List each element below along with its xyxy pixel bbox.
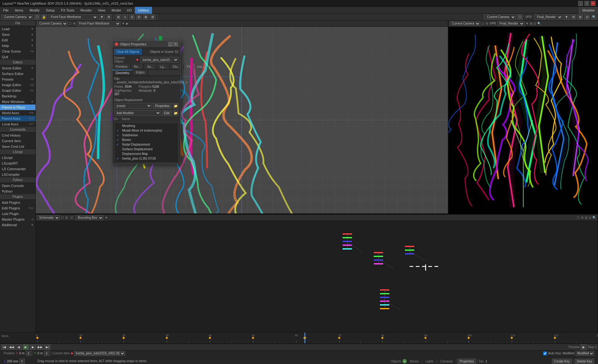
icon-cam3[interactable]: ⊟	[136, 14, 142, 20]
sidebar-ls-commander[interactable]: LS Commander	[0, 166, 36, 172]
menu-items[interactable]: Items	[12, 7, 26, 14]
lock-icon[interactable]: 🔒	[41, 14, 47, 20]
main-viewport-camera-select[interactable]: Current Camera	[37, 21, 68, 26]
close-btn[interactable]: ×	[591, 1, 596, 6]
modifier-open-btn[interactable]: 📁	[173, 110, 178, 116]
wireframe-select[interactable]: Front Face Wireframe	[48, 14, 98, 20]
sidebar-last-plugin[interactable]: Last Plugin	[0, 211, 36, 217]
next-step-btn[interactable]: ▶	[30, 344, 36, 350]
sidebar-edit-plugins[interactable]: Edit PluginsF11	[0, 205, 36, 211]
sidebar-parent-in-place[interactable]: Parent in Place	[0, 105, 36, 110]
menu-modeler[interactable]: Modeler	[579, 7, 598, 14]
viewport-arrow-icon[interactable]: ▶	[126, 22, 129, 25]
sidebar-help[interactable]: Help▼	[0, 43, 36, 49]
right-cam-settings-icon[interactable]: ⚙	[486, 22, 488, 25]
modifier-nodal-displacement[interactable]: ✓ Nodal Displacement	[115, 142, 178, 147]
main-viewport-canvas[interactable]	[36, 27, 448, 213]
properties-btn2[interactable]: Properties	[458, 359, 476, 364]
add-modifier-select[interactable]: Add Modifier	[114, 110, 161, 116]
schematic-settings-icon[interactable]: ⚙	[65, 216, 68, 219]
icon-cam2[interactable]: ⊡	[129, 14, 135, 20]
sidebar-lscript-rt[interactable]: LScript/RT	[0, 161, 36, 166]
tab-glo[interactable]: Glo...	[170, 64, 184, 69]
sidebar-save[interactable]: Save▼	[0, 32, 36, 37]
icon-grid[interactable]: ≡	[122, 14, 128, 20]
right-viewport-render-select[interactable]: Final_Render	[497, 21, 524, 26]
sidebar-command-input[interactable]: Current Item	[0, 138, 36, 144]
preview-play-btn[interactable]: ▶	[581, 344, 587, 350]
current-item-select[interactable]: Inertia_plus_tube2019_v002 (9)	[74, 351, 125, 356]
render-select[interactable]: Final_Render	[534, 14, 562, 20]
menu-io[interactable]: I/O	[124, 7, 135, 14]
sidebar-surface-editor[interactable]: Surface Editor	[0, 71, 36, 77]
render-icon1[interactable]: ⊞	[577, 14, 583, 20]
minimize-btn[interactable]: _	[578, 1, 583, 6]
menu-render[interactable]: Render	[77, 7, 95, 14]
dialog-minimize-btn[interactable]: _	[168, 42, 173, 46]
expand-icon[interactable]: ▼	[99, 14, 105, 20]
schematic-canvas[interactable]	[36, 221, 597, 332]
tab-lg[interactable]: Lg...	[157, 64, 169, 69]
render-expand[interactable]: ▼	[564, 14, 569, 20]
sidebar-python[interactable]: Python	[0, 189, 36, 194]
right-camera-select[interactable]: Current Camera	[484, 14, 516, 20]
sch-search-icon[interactable]: 🔍	[592, 216, 596, 219]
icon-cam5[interactable]: ⊞	[150, 14, 155, 20]
sidebar-lscript[interactable]: LScript	[0, 155, 36, 161]
menu-modify[interactable]: Modify	[26, 7, 43, 14]
sidebar-add-plugins[interactable]: Add Plugins	[0, 200, 36, 205]
sidebar-graph-editor[interactable]: Graph EditorF2	[0, 88, 36, 93]
replacement-open-btn[interactable]: 📁	[173, 103, 178, 109]
viewport-right-top[interactable]: Current Camera ☐ ⚙ VPR Final_Render ▼ ⊞ …	[448, 21, 598, 214]
sidebar-master-plugins[interactable]: Master PluginsO	[0, 217, 36, 222]
viewport-settings-icon[interactable]: ⚙	[73, 22, 76, 25]
right-icon2[interactable]: ⊡	[534, 22, 536, 25]
settings-icon[interactable]: ⚙	[106, 14, 112, 20]
right-expand-icon[interactable]: ▼	[526, 22, 529, 25]
replacement-select[interactable]: (none)	[114, 103, 152, 109]
sidebar-world-axes[interactable]: World Axes+F5	[0, 110, 36, 116]
modifier-bones[interactable]: ✓ Bones	[115, 138, 178, 142]
menu-file[interactable]: File	[0, 7, 12, 14]
icon-lock2[interactable]: ⊞	[116, 14, 121, 20]
sch-icon2[interactable]: ⚙	[581, 216, 584, 219]
sch-icon3[interactable]: ⊞	[585, 216, 587, 219]
sidebar-cmd-history[interactable]: Cmd History	[0, 133, 36, 138]
tab-edges[interactable]: Edges	[133, 70, 148, 76]
x-e-btn[interactable]: E	[26, 351, 31, 356]
menu-view[interactable]: View	[95, 7, 108, 14]
schematic-viewport-select[interactable]: Schematic	[37, 215, 60, 220]
camera-select[interactable]: Current Camera	[1, 14, 33, 20]
right-icon1[interactable]: ⊞	[530, 22, 532, 25]
prev-frame-btn[interactable]: ◀◀	[8, 344, 15, 350]
modifier-list[interactable]: Morphing ✓ Morph Mixer (4 endomorphs) ✓ …	[114, 123, 178, 163]
go-start-btn[interactable]: |◀	[1, 344, 7, 350]
bounding-box-select[interactable]: Bounding Box	[76, 215, 103, 220]
sidebar-image-editor[interactable]: Image EditorF6	[0, 82, 36, 88]
maximize-btn[interactable]: □	[584, 1, 589, 6]
properties-btn[interactable]: Properties	[153, 103, 172, 109]
right-viewport-camera-select[interactable]: Current Camera	[450, 21, 480, 26]
y-e-btn[interactable]: E	[44, 351, 50, 356]
sidebar-presets[interactable]: PresetsF8	[0, 77, 36, 82]
dialog-close-btn[interactable]: ×	[173, 42, 178, 46]
sidebar-additional[interactable]: Additional▼	[0, 222, 36, 228]
tab-fx[interactable]: FX	[183, 64, 194, 69]
menu-utilities[interactable]: Utilities	[135, 7, 152, 14]
tab-ap[interactable]: Ap...	[144, 64, 157, 69]
sidebar-lscompiler[interactable]: LSCompiler	[0, 172, 36, 177]
viewport-main[interactable]: Current Camera ☐ ⚙ Front Face Wireframe …	[36, 21, 448, 214]
play-btn[interactable]: ▶	[23, 344, 29, 350]
right-cam-lock-icon[interactable]: ☐	[482, 22, 484, 25]
tab-primitive[interactable]: Primitive	[112, 64, 131, 69]
next-frame-btn[interactable]: ▶▶	[37, 344, 43, 350]
sidebar-parent-axes[interactable]: Parent Axes+F6	[0, 116, 36, 121]
current-object-select[interactable]: inertia_plus_tube20...	[140, 57, 178, 63]
tab-inst[interactable]: Inst...	[194, 64, 208, 69]
sidebar-save-cmd-list[interactable]: Save Cmd List	[0, 144, 36, 149]
bounding-expand-icon[interactable]: ▼	[105, 216, 108, 219]
menu-model[interactable]: Model	[108, 7, 124, 14]
viewport-schematic[interactable]: Schematic ☐ ⚙ ☑ Bounding Box ▼ ☐ ⚙ ⊞ ⊡ 🔍	[36, 215, 598, 332]
schematic-checkbox-icon[interactable]: ☑	[69, 216, 74, 219]
create-key-btn[interactable]: Create Key	[552, 359, 572, 364]
